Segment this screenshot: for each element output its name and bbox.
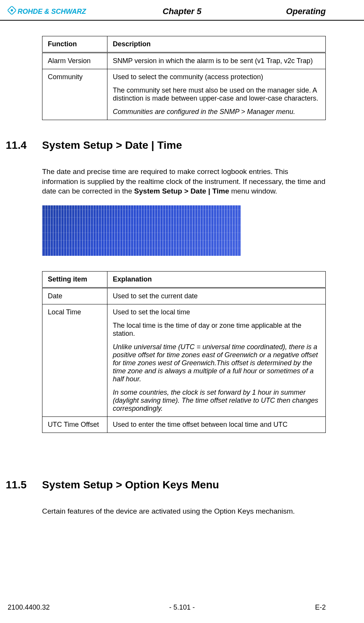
page-footer: 2100.4400.32 - 5.101 - E-2: [0, 603, 364, 612]
setting-name: Date: [42, 288, 107, 304]
brand-logo: ROHDE & SCHWARZ: [8, 6, 86, 17]
settings-table: Setting item Explanation Date Used to se…: [42, 271, 326, 433]
section-body: Certain features of the device are activ…: [42, 506, 326, 516]
table-row: Alarm Version SNMP version in which the …: [42, 53, 326, 69]
section-number: 11.5: [6, 479, 42, 491]
table-header-row: Function Description: [42, 36, 326, 53]
svg-point-1: [11, 9, 13, 11]
exp-line: Used to set the local time: [113, 308, 190, 316]
exp-line: The local time is the time of day or zon…: [113, 322, 301, 337]
function-description: SNMP version in which the alarm is to be…: [107, 53, 326, 69]
setting-explanation: Used to set the current date: [107, 288, 326, 304]
desc-line: The community set here must also be used…: [113, 86, 318, 102]
section-title: System Setup > Option Keys Menu: [42, 479, 219, 491]
function-name: Community: [42, 69, 107, 120]
table-header-row: Setting item Explanation: [42, 271, 326, 288]
brand-logo-text: ROHDE & SCHWARZ: [18, 8, 86, 16]
section-heading: 11.4 System Setup > Date | Time: [6, 139, 326, 151]
function-description: Used to select the community (access pro…: [107, 69, 326, 120]
header-section: Operating: [286, 7, 326, 16]
body-text-bold: System Setup > Date | Time: [134, 187, 229, 195]
footer-doc-number: 2100.4400.32: [8, 603, 50, 612]
page-header: ROHDE & SCHWARZ Chapter 5 Operating: [0, 0, 364, 21]
setting-explanation: Used to enter the time offset between lo…: [107, 416, 326, 433]
section-number: 11.4: [6, 139, 42, 151]
exp-line-italic: Unlike universal time (UTC = universal t…: [113, 343, 318, 383]
setting-explanation: Used to set the local time The local tim…: [107, 304, 326, 416]
menu-screenshot: [42, 205, 241, 256]
section-title: System Setup > Date | Time: [42, 139, 182, 151]
table-row: Local Time Used to set the local time Th…: [42, 304, 326, 416]
function-table: Function Description Alarm Version SNMP …: [42, 36, 326, 120]
table-header-explanation: Explanation: [107, 271, 326, 288]
desc-line-italic: Communities are configured in the SNMP >…: [113, 108, 295, 115]
section-heading: 11.5 System Setup > Option Keys Menu: [6, 479, 326, 491]
page-content: Function Description Alarm Version SNMP …: [0, 21, 364, 516]
function-name: Alarm Version: [42, 53, 107, 69]
table-header-description: Description: [107, 36, 326, 53]
exp-line-italic: In some countries, the clock is set forw…: [113, 389, 318, 412]
brand-logo-icon: [8, 6, 16, 17]
setting-name: Local Time: [42, 304, 107, 416]
body-text-fragment: menu window.: [229, 187, 277, 195]
desc-line: Used to select the community (access pro…: [113, 73, 263, 81]
table-row: Community Used to select the community (…: [42, 69, 326, 120]
table-row: Date Used to set the current date: [42, 288, 326, 304]
header-chapter: Chapter 5: [162, 7, 201, 16]
footer-page-number: - 5.101 -: [169, 603, 195, 612]
table-row: UTC Time Offset Used to enter the time o…: [42, 416, 326, 433]
table-header-setting: Setting item: [42, 271, 107, 288]
footer-revision: E-2: [315, 603, 326, 612]
section-body: The date and precise time are required t…: [42, 167, 326, 196]
table-header-function: Function: [42, 36, 107, 53]
setting-name: UTC Time Offset: [42, 416, 107, 433]
